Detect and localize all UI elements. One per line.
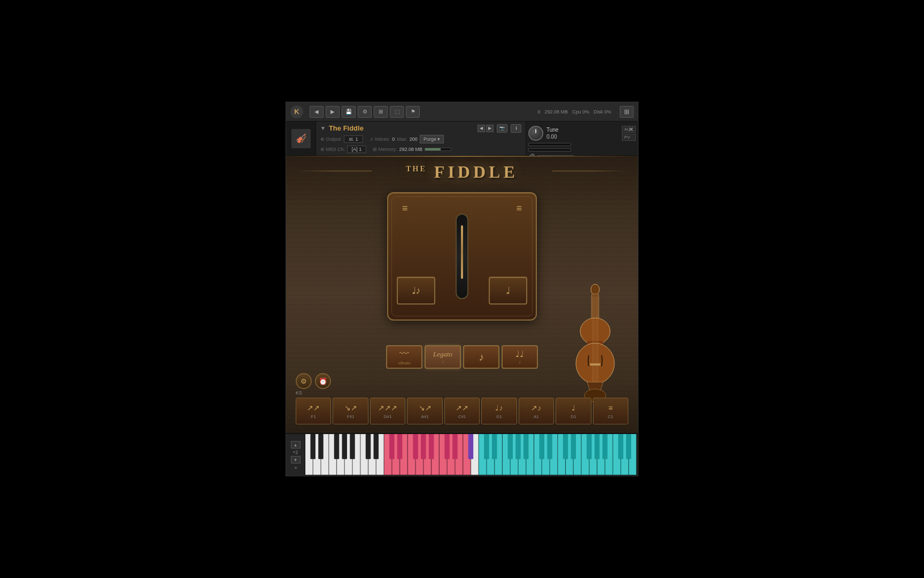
svg-rect-60	[389, 434, 394, 459]
ks-icon-5: ↗↗	[456, 404, 468, 412]
svg-rect-57	[350, 434, 355, 459]
toolbar-stats: 0 292.08 MB Cpu 0% Disk 0%	[537, 109, 611, 115]
playback-buttons: 〰 vibrato Legato i ♪ ♩♩ i	[386, 345, 538, 369]
grid-btn[interactable]: ⊞	[374, 106, 388, 118]
svg-point-0	[591, 284, 599, 295]
right-note-btn[interactable]: ♩	[489, 277, 527, 305]
svg-rect-76	[571, 434, 576, 459]
memory-bar-track	[425, 148, 451, 151]
midi-val[interactable]: [A] 1	[347, 146, 366, 153]
svg-rect-75	[563, 434, 568, 459]
piano-dot	[295, 467, 297, 469]
ks-label-9: C1	[608, 414, 613, 419]
disk-stat: Disk 0%	[594, 109, 611, 115]
kontakt-window: K ◀ ▶ 💾 ⚙ ⊞ ⬚ ⚑ 0 292.08 MB Cpu 0% Disk …	[286, 102, 638, 476]
ks-label-3: G#1	[384, 414, 392, 419]
pv-btn[interactable]: PV	[622, 134, 636, 141]
browser-btn[interactable]: ⊞	[620, 106, 634, 118]
camera-btn[interactable]: 📷	[497, 124, 507, 133]
ks-icon-8: ♩	[572, 404, 575, 412]
legato-sublabel: i	[442, 360, 443, 364]
next-btn[interactable]: ▶	[326, 106, 340, 118]
ks-btn-g1[interactable]: ♩♪ G1	[481, 398, 517, 424]
left-note-btn[interactable]: ♩♪	[397, 277, 435, 305]
svg-rect-56	[342, 434, 347, 459]
ks-label-8: D1	[571, 414, 576, 419]
note-btn[interactable]: ♪	[463, 345, 499, 369]
ks-btn-d1[interactable]: ♩ D1	[556, 398, 591, 424]
voices-stat: 0	[537, 109, 540, 115]
instrument-next-btn[interactable]: ▶	[486, 125, 494, 132]
svg-rect-70	[507, 434, 512, 459]
ks-icon-2: ↘↗	[344, 404, 357, 412]
svg-rect-54	[318, 434, 323, 459]
ks-btn-cs1[interactable]: ↗↗ C#1	[444, 398, 480, 424]
svg-rect-69	[492, 434, 497, 459]
piano-scroll-down[interactable]: ▼	[291, 456, 301, 463]
legato-btn[interactable]: Legato i	[425, 345, 461, 369]
instrument-controls: ▼ The Fiddle ◀ ▶ 📷 ℹ ⊕ Output: st. 1 ♬ V…	[316, 121, 526, 155]
ornament-frame: ≡ ≡ ♩♪ ♩	[387, 192, 537, 321]
svg-rect-62	[413, 434, 418, 459]
monitor-btn[interactable]: ⬚	[390, 106, 404, 118]
tune-slider-2[interactable]	[528, 148, 571, 151]
ks-btn-gs1[interactable]: ↗↗↗ G#1	[370, 398, 405, 424]
piano-scroll-up[interactable]: ▲	[291, 441, 301, 448]
tune-knob[interactable]	[528, 126, 543, 141]
instrument-collapse-arrow[interactable]: ▼	[320, 125, 326, 131]
ks-icon-1: ↗↗	[307, 404, 320, 412]
ks-label-4: A#1	[421, 414, 428, 419]
ks-label: KS	[296, 390, 628, 396]
ks-label-7: A1	[534, 414, 539, 419]
vibrato-btn[interactable]: 〰 vibrato	[386, 345, 422, 369]
prev-btn[interactable]: ◀	[310, 106, 324, 118]
memory-stat: 292.08 MB	[544, 109, 568, 115]
tune-close-btn[interactable]: ✕	[628, 126, 634, 133]
output-item: ⊕ Output: st. 1	[320, 135, 363, 143]
purge-btn[interactable]: Purge ▾	[420, 135, 444, 143]
settings-btn[interactable]: ⚙	[358, 106, 372, 118]
left-slot-icon: ≡	[402, 203, 408, 214]
svg-rect-65	[444, 434, 449, 459]
settings-gear-btn[interactable]: ⚙	[296, 373, 312, 389]
tune-slider-1[interactable]	[528, 143, 571, 146]
info-btn[interactable]: ℹ	[511, 124, 521, 133]
output-val[interactable]: st. 1	[344, 135, 363, 143]
ks-btn-as1[interactable]: ↘↗ A#1	[407, 398, 442, 424]
ks-label-6: G1	[496, 414, 502, 419]
ks-icon-3: ↗↗↗	[378, 404, 397, 412]
piano-section: ▲ +2 ▼	[286, 433, 638, 476]
memory-bar-fill	[425, 148, 441, 150]
settings-clock-btn[interactable]: ⏰	[315, 373, 331, 389]
triplet-btn[interactable]: ♩♩ i	[502, 345, 538, 369]
title-fiddle: FIDDLE	[434, 162, 518, 181]
memory-item: ⊞ Memory: 292.08 MB	[373, 147, 451, 152]
piano-keys	[305, 434, 638, 476]
triplet-icon: ♩♩	[515, 349, 524, 359]
kontakt-logo: K	[290, 105, 303, 118]
top-decoration	[286, 156, 638, 157]
instrument-sub-row2: ⊕ MIDI Ch: [A] 1 ⊞ Memory: 292.08 MB	[320, 146, 521, 153]
key-switches-section: KS ↗↗ F1 ↘↗ F#1 ↗↗↗ G#1 ↘↗ A#1	[296, 390, 628, 424]
instrument-area: THE FIDDLE ≡ ≡ ♩♪ ♩	[286, 156, 638, 433]
tune-panel: ✕ Tune 0.00 AUX PV	[526, 121, 638, 155]
ks-btn-a1[interactable]: ↗♪ A1	[519, 398, 554, 424]
svg-rect-55	[334, 434, 339, 459]
ks-btn-f1[interactable]: ↗↗ F1	[296, 398, 331, 424]
svg-rect-53	[310, 434, 315, 459]
instrument-icon-placeholder: 🎻	[291, 129, 311, 148]
ks-icon-9: ≡	[609, 404, 613, 412]
voices-item: ♬ Voices: 0 Max: 200 Purge ▾	[369, 135, 444, 143]
instrument-prev-btn[interactable]: ◀	[478, 125, 485, 132]
flag-btn[interactable]: ⚑	[406, 106, 420, 118]
save-btn[interactable]: 💾	[342, 106, 356, 118]
instrument-name: The Fiddle	[329, 124, 474, 132]
ks-btn-fs1[interactable]: ↘↗ F#1	[333, 398, 368, 424]
memory-val: 292.08 MB	[399, 147, 423, 152]
piano-svg[interactable]	[305, 434, 638, 476]
ks-btn-c1[interactable]: ≡ C1	[593, 398, 628, 424]
svg-rect-79	[603, 434, 607, 459]
tune-value: 0.00	[546, 134, 558, 140]
title-the: THE	[406, 165, 427, 173]
voices-max-val: 200	[410, 136, 418, 142]
